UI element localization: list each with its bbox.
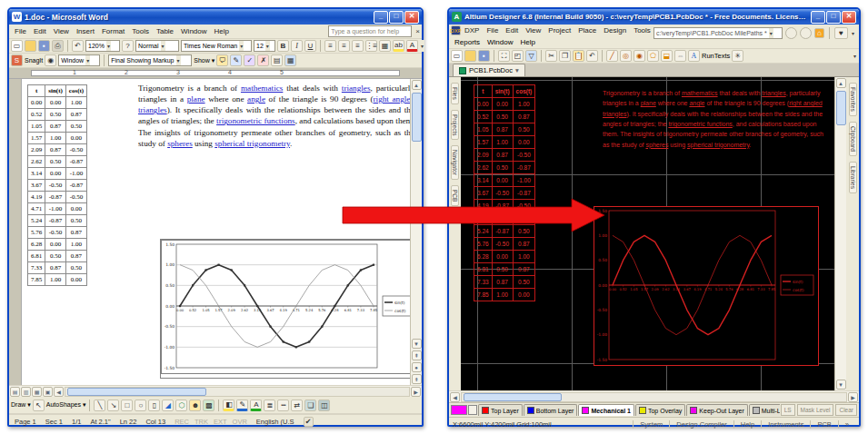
- font-color-button[interactable]: A: [406, 40, 418, 52]
- line-color-icon[interactable]: ✎: [236, 399, 248, 411]
- canvas-vertical-scrollbar[interactable]: ▲ ▼: [834, 77, 846, 390]
- font-color-icon[interactable]: A: [250, 399, 262, 411]
- font-size-combo[interactable]: 12 ▾: [254, 40, 275, 52]
- dash-style-icon[interactable]: ┅: [277, 399, 289, 411]
- arrow-icon[interactable]: ↘: [107, 399, 119, 411]
- menu-item-edit[interactable]: Edit: [30, 27, 50, 35]
- scrollbar-thumb[interactable]: [412, 93, 422, 142]
- menu-item-format[interactable]: Format: [98, 27, 128, 35]
- outline-view-button[interactable]: ▣: [43, 387, 53, 397]
- layer-tab-keep-out-layer[interactable]: Keep-Out Layer: [686, 404, 747, 416]
- pcb-document-tab[interactable]: PCB1.PcbDoc ▾: [453, 64, 525, 76]
- menu-item-help[interactable]: Help: [516, 38, 538, 46]
- menu-item-view[interactable]: View: [50, 27, 73, 35]
- place-polygon-icon[interactable]: ⬠: [647, 50, 659, 62]
- style-combo[interactable]: Normal ▾: [135, 40, 179, 52]
- layer-tab-top-overlay[interactable]: Top Overlay: [635, 404, 685, 416]
- scroll-down-icon[interactable]: ▼: [412, 339, 422, 349]
- new-document-icon[interactable]: ▭: [451, 50, 463, 62]
- document-path-combo[interactable]: c:\veryTemp\PCB1.PcbDoc MilePaths * ▾: [653, 27, 783, 39]
- align-right-button[interactable]: ≡: [352, 40, 364, 52]
- paste-icon[interactable]: 📋: [573, 50, 584, 62]
- insert-picture-icon[interactable]: ▩: [203, 399, 215, 411]
- script-icon[interactable]: ✳: [732, 50, 743, 62]
- filter-icon[interactable]: ▽: [525, 50, 537, 62]
- browse-next-icon[interactable]: ⇟: [412, 374, 422, 384]
- place-string-icon[interactable]: A: [688, 50, 700, 62]
- hyperlink[interactable]: spherical trigonometry: [687, 142, 749, 148]
- hyperlink[interactable]: angle: [247, 94, 265, 104]
- hyperlink[interactable]: plane: [641, 100, 656, 106]
- layer-button-ls[interactable]: LS: [781, 404, 795, 416]
- scrollbar-thumb[interactable]: [464, 393, 562, 401]
- select-objects-icon[interactable]: ↖: [33, 399, 45, 411]
- place-dimension-icon[interactable]: ⇔: [674, 50, 686, 62]
- copy-icon[interactable]: ❐: [559, 50, 571, 62]
- line-style-icon[interactable]: ≣: [264, 399, 275, 411]
- camera-icon[interactable]: ◉: [45, 54, 56, 66]
- place-component-icon[interactable]: ⬓: [661, 50, 673, 62]
- threed-style-icon[interactable]: ◫: [318, 399, 330, 411]
- italic-button[interactable]: I: [291, 40, 303, 52]
- undo-icon[interactable]: ↶: [586, 50, 598, 62]
- open-icon[interactable]: [25, 40, 36, 52]
- home-icon[interactable]: ⌂: [814, 28, 824, 38]
- rectangle-icon[interactable]: □: [121, 399, 133, 411]
- normal-view-button[interactable]: ▤: [10, 387, 20, 397]
- maximize-button[interactable]: □: [389, 11, 404, 24]
- hyperlink[interactable]: plane: [187, 94, 205, 104]
- layer-button-mask-level[interactable]: Mask Level: [797, 404, 834, 416]
- wordart-icon[interactable]: ◢: [162, 399, 174, 411]
- hyperlink[interactable]: triangles: [342, 84, 371, 93]
- status-menu-help[interactable]: Help: [733, 420, 761, 429]
- close-button[interactable]: ✕: [404, 11, 419, 24]
- print-icon[interactable]: ⎙: [52, 40, 64, 52]
- bold-button[interactable]: B: [277, 40, 289, 52]
- hyperlink[interactable]: trigonometric functions: [668, 121, 732, 127]
- scroll-left-icon[interactable]: ◀: [450, 392, 460, 402]
- runtexts-button[interactable]: RunTexts: [702, 52, 730, 60]
- oval-icon[interactable]: ○: [135, 399, 146, 411]
- numbering-button[interactable]: ⋮≡: [365, 40, 377, 52]
- save-icon[interactable]: ▪: [38, 40, 50, 52]
- layer-button-clear[interactable]: Clear: [835, 404, 857, 416]
- insert-comment-icon[interactable]: 🗩: [216, 54, 228, 66]
- forward-icon[interactable]: [800, 27, 812, 39]
- status-menu-instruments[interactable]: Instruments: [761, 420, 810, 429]
- favorites-icon[interactable]: ♥: [834, 27, 848, 39]
- arrow-style-icon[interactable]: ⇄: [291, 399, 303, 411]
- layer-tab-bottom-layer[interactable]: Bottom Layer: [524, 404, 578, 416]
- markup-display-combo[interactable]: Final Showing Markup ▾: [108, 54, 192, 66]
- scroll-up-icon[interactable]: ▲: [836, 78, 846, 88]
- scroll-up-icon[interactable]: ▲: [412, 80, 422, 90]
- word-horizontal-scrollbar[interactable]: [65, 387, 410, 397]
- select-browse-object-icon[interactable]: ●: [412, 362, 422, 372]
- hyperlink[interactable]: mathematics: [682, 90, 718, 96]
- menu-item-help[interactable]: Help: [211, 27, 233, 35]
- hyperlink[interactable]: trigonometric functions: [216, 116, 295, 125]
- save-icon[interactable]: ▪: [478, 50, 490, 62]
- line-icon[interactable]: ╲: [94, 399, 105, 411]
- panel-tab-projects[interactable]: Projects: [451, 110, 459, 140]
- draw-menu-button[interactable]: Draw ▾: [11, 401, 31, 409]
- autoshapes-menu-button[interactable]: AutoShapes ▾: [46, 401, 86, 409]
- hyperlink[interactable]: spheres: [167, 139, 193, 148]
- toolbar-options-icon[interactable]: ▾: [853, 50, 857, 62]
- reject-change-icon[interactable]: ✗: [257, 54, 269, 66]
- vertical-ruler[interactable]: [9, 79, 22, 385]
- word-titlebar[interactable]: W 1.doc - Microsoft Word _ □ ✕: [9, 9, 422, 25]
- zoom-combo[interactable]: 120% ▾: [85, 40, 120, 52]
- menu-item-view[interactable]: View: [522, 26, 544, 35]
- dxp-logo-icon[interactable]: DXP: [451, 25, 461, 35]
- scroll-left-icon[interactable]: ◀: [54, 387, 64, 397]
- borders-button[interactable]: ▦: [379, 40, 391, 52]
- hyperlink[interactable]: mathematics: [241, 84, 283, 93]
- cut-icon[interactable]: ✂: [545, 50, 557, 62]
- show-menu-button[interactable]: Show ▾: [194, 57, 215, 64]
- layer-tab-mechanical-1[interactable]: Mechanical 1: [578, 404, 634, 416]
- font-combo[interactable]: Times New Roman ▾: [181, 40, 252, 52]
- minimize-button[interactable]: _: [374, 11, 388, 24]
- print-layout-view-button[interactable]: ▦: [32, 387, 42, 397]
- scrollbar-thumb[interactable]: [67, 388, 206, 396]
- close-document-icon[interactable]: ×: [415, 27, 420, 35]
